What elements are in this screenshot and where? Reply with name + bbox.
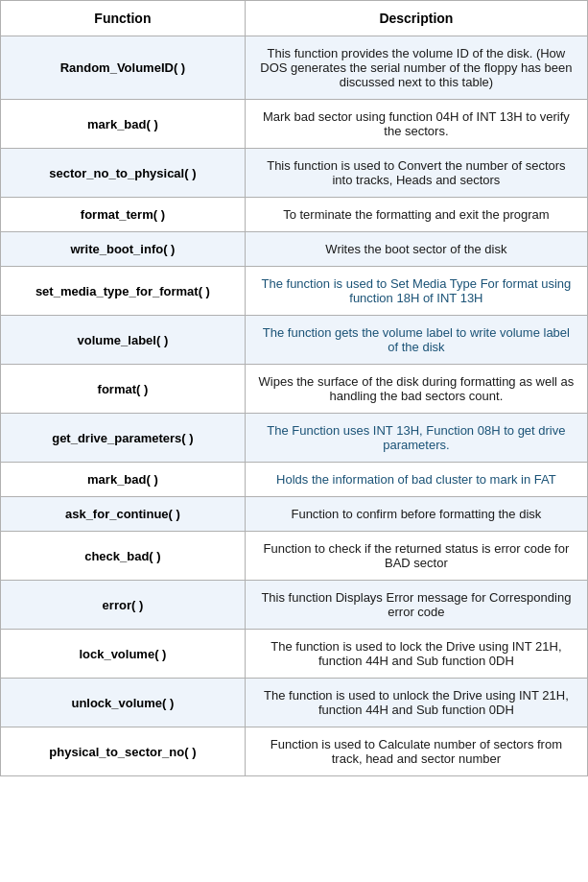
function-cell: mark_bad( ) bbox=[1, 100, 246, 149]
description-cell: Function to confirm before formatting th… bbox=[245, 497, 587, 532]
table-row: mark_bad( )Mark bad sector using functio… bbox=[1, 100, 588, 149]
description-cell: Holds the information of bad cluster to … bbox=[245, 463, 587, 497]
table-row: unlock_volume( )The function is used to … bbox=[1, 679, 588, 727]
table-row: sector_no_to_physical( )This function is… bbox=[1, 149, 588, 198]
function-cell: format_term( ) bbox=[1, 198, 246, 232]
description-cell: Mark bad sector using function 04H of IN… bbox=[245, 100, 587, 149]
table-row: volume_label( )The function gets the vol… bbox=[1, 316, 588, 365]
description-cell: The function is used to lock the Drive u… bbox=[245, 630, 587, 679]
description-cell: The function is used to unlock the Drive… bbox=[245, 679, 587, 727]
function-cell: check_bad( ) bbox=[1, 532, 246, 581]
table-row: lock_volume( )The function is used to lo… bbox=[1, 630, 588, 679]
function-cell: write_boot_info( ) bbox=[1, 232, 246, 267]
table-row: Random_VolumeID( )This function provides… bbox=[1, 36, 588, 100]
description-cell: To terminate the formatting and exit the… bbox=[245, 198, 587, 232]
function-cell: get_drive_parameters( ) bbox=[1, 414, 246, 463]
function-cell: unlock_volume( ) bbox=[1, 679, 246, 727]
description-cell: The function is used to Set Media Type F… bbox=[245, 267, 587, 316]
function-cell: set_media_type_for_format( ) bbox=[1, 267, 246, 316]
description-cell: This function Displays Error message for… bbox=[245, 581, 587, 630]
table-row: ask_for_continue( )Function to confirm b… bbox=[1, 497, 588, 532]
function-cell: ask_for_continue( ) bbox=[1, 497, 246, 532]
description-cell: Function to check if the returned status… bbox=[245, 532, 587, 581]
description-cell: This function is used to Convert the num… bbox=[245, 149, 587, 198]
description-header: Description bbox=[245, 1, 587, 36]
function-cell: lock_volume( ) bbox=[1, 630, 246, 679]
function-cell: mark_bad( ) bbox=[1, 463, 246, 497]
table-row: get_drive_parameters( )The Function uses… bbox=[1, 414, 588, 463]
functions-table: Function Description Random_VolumeID( )T… bbox=[0, 0, 588, 776]
function-cell: format( ) bbox=[1, 365, 246, 414]
table-row: physical_to_sector_no( )Function is used… bbox=[1, 727, 588, 776]
function-cell: error( ) bbox=[1, 581, 246, 630]
description-cell: Writes the boot sector of the disk bbox=[245, 232, 587, 267]
function-header: Function bbox=[1, 1, 246, 36]
description-cell: Wipes the surface of the disk during for… bbox=[245, 365, 587, 414]
table-row: check_bad( )Function to check if the ret… bbox=[1, 532, 588, 581]
function-cell: Random_VolumeID( ) bbox=[1, 36, 246, 100]
table-row: error( )This function Displays Error mes… bbox=[1, 581, 588, 630]
function-cell: physical_to_sector_no( ) bbox=[1, 727, 246, 776]
description-cell: This function provides the volume ID of … bbox=[245, 36, 587, 100]
description-cell: The Function uses INT 13H, Function 08H … bbox=[245, 414, 587, 463]
function-cell: sector_no_to_physical( ) bbox=[1, 149, 246, 198]
table-row: write_boot_info( )Writes the boot sector… bbox=[1, 232, 588, 267]
description-cell: The function gets the volume label to wr… bbox=[245, 316, 587, 365]
function-cell: volume_label( ) bbox=[1, 316, 246, 365]
table-row: format_term( )To terminate the formattin… bbox=[1, 198, 588, 232]
table-row: mark_bad( )Holds the information of bad … bbox=[1, 463, 588, 497]
table-row: set_media_type_for_format( )The function… bbox=[1, 267, 588, 316]
description-cell: Function is used to Calculate number of … bbox=[245, 727, 587, 776]
table-row: format( )Wipes the surface of the disk d… bbox=[1, 365, 588, 414]
